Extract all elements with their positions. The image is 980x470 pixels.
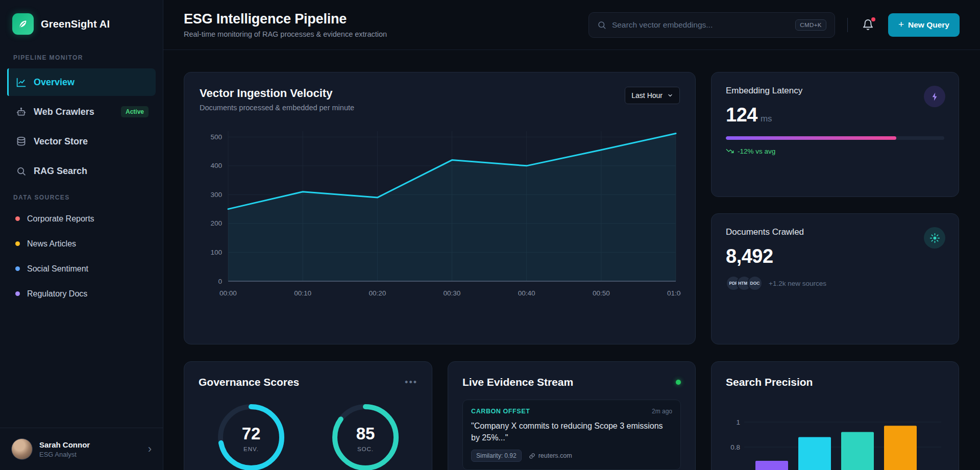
svg-text:0.8: 0.8 [730,443,740,451]
evidence-timestamp: 2m ago [652,408,672,415]
section-pipeline-monitor: PIPELINE MONITOR [0,47,163,66]
svg-text:1: 1 [736,418,740,426]
sidebar-item-web-crawlers[interactable]: Web Crawlers Active [7,98,156,126]
time-range-value: Last Hour [631,91,663,100]
evidence-tag: CARBON OFFSET [471,408,530,415]
svg-text:300: 300 [210,191,222,199]
svg-text:00:00: 00:00 [219,289,237,297]
robot-icon [16,107,27,117]
brand: GreenSight AI [0,0,163,47]
gauge-env: 72ENV. [215,402,287,470]
page-title: ESG Intelligence Pipeline [184,11,387,27]
chevron-down-icon [667,92,673,98]
latency-progress-track [726,136,944,140]
nav-label: Overview [34,77,75,88]
svg-text:00:30: 00:30 [444,289,461,297]
live-evidence-card: Live Evidence Stream CARBON OFFSET 2m ag… [448,361,696,470]
latency-delta: -12% vs avg [738,147,775,155]
svg-text:85: 85 [356,424,375,443]
time-range-select[interactable]: Last Hour [625,87,680,104]
brand-name: GreenSight AI [41,18,110,30]
nav-label: Web Crawlers [34,107,94,117]
search-input[interactable] [612,20,790,30]
svg-text:100: 100 [210,249,222,256]
precision-bar-chart: 10.80.6 [726,397,943,470]
notification-dot [871,17,875,21]
pipeline-nav: Overview Web Crawlers Active Vector Stor… [0,66,163,187]
user-name: Sarah Connor [39,440,90,449]
sidebar-item-rag-search[interactable]: RAG Search [7,157,156,185]
svg-text:SOC.: SOC. [357,446,373,452]
user-profile[interactable]: Sarah Connor ESG Analyst › [0,428,163,470]
new-query-button[interactable]: + New Query [888,13,960,37]
source-label: Social Sentiment [27,264,88,274]
source-item-regulatory-docs[interactable]: Regulatory Docs [7,281,156,306]
svg-text:ENV.: ENV. [243,446,259,452]
source-label: Corporate Reports [27,214,94,224]
source-item-news-articles[interactable]: News Articles [7,231,156,256]
source-dot [15,241,20,246]
evidence-source-link[interactable]: reuters.com [529,452,572,459]
crawled-value: 8,492 [726,245,773,267]
latency-title: Embedding Latency [726,86,944,96]
search-precision-card: Search Precision 10.80.6 [711,361,959,470]
sidebar: GreenSight AI PIPELINE MONITOR Overview … [0,0,163,470]
evidence-quote: "Company X commits to reducing Scope 3 e… [471,420,672,443]
documents-crawled-card: Documents Crawled 8,492 PDF HTML DOC +1.… [711,213,959,344]
source-label: News Articles [27,239,76,249]
line-chart-icon [16,77,27,88]
nav-label: RAG Search [34,166,87,177]
link-icon [529,453,535,459]
governance-gauges: 72ENV. 85SOC. [199,402,418,470]
page-subtitle: Real-time monitoring of RAG processes & … [184,30,387,38]
source-dot [15,266,20,271]
gauge-soc: 85SOC. [330,402,401,470]
evidence-title: Live Evidence Stream [462,376,573,388]
evidence-source: reuters.com [538,452,572,459]
svg-text:00:50: 00:50 [593,289,610,297]
source-dot [15,216,20,221]
data-sources-list: Corporate Reports News Articles Social S… [0,206,163,306]
svg-text:00:40: 00:40 [518,289,535,297]
notifications-button[interactable] [860,17,876,33]
latency-value: 124 [726,104,757,126]
search-icon [597,20,606,30]
svg-text:400: 400 [210,162,222,169]
svg-text:0.6: 0.6 [730,468,740,470]
source-item-corporate-reports[interactable]: Corporate Reports [7,206,156,231]
spider-icon [924,227,945,249]
evidence-item[interactable]: CARBON OFFSET 2m ago "Company X commits … [462,400,681,470]
overflow-menu-icon[interactable]: ••• [405,377,418,388]
avatar [11,438,33,460]
leaf-logo-icon [12,13,34,35]
header: ESG Intelligence Pipeline Real-time moni… [163,0,980,50]
search-icon [16,166,27,177]
search-bar[interactable]: CMD+K [589,12,835,38]
velocity-line-chart: 010020030040050000:0000:1000:2000:3000:4… [200,122,681,301]
filetype-badge-doc: DOC [747,276,763,291]
svg-text:72: 72 [241,424,260,443]
latency-progress-fill [726,136,896,140]
new-query-label: New Query [908,20,949,30]
sidebar-item-vector-store[interactable]: Vector Store [7,128,156,155]
embedding-latency-card: Embedding Latency 124 ms [711,72,959,197]
nav-label: Vector Store [34,136,88,147]
source-item-social-sentiment[interactable]: Social Sentiment [7,256,156,281]
section-data-sources: DATA SOURCES [0,187,163,206]
svg-text:00:10: 00:10 [294,289,311,297]
active-badge: Active [121,106,149,117]
source-dot [15,291,20,296]
svg-text:500: 500 [210,133,222,141]
governance-title: Governance Scores [199,376,299,388]
database-icon [16,136,27,147]
velocity-card: Vector Ingestion Velocity Documents proc… [184,72,696,344]
main-content: Vector Ingestion Velocity Documents proc… [163,50,980,470]
plus-icon: + [898,19,904,30]
precision-title: Search Precision [726,376,813,388]
crawled-note: +1.2k new sources [769,280,826,287]
sidebar-item-overview[interactable]: Overview [7,68,156,96]
trending-down-icon [726,147,734,155]
header-divider [847,18,848,32]
live-indicator-dot [676,380,681,385]
velocity-subtitle: Documents processed & embedded per minut… [200,104,354,112]
